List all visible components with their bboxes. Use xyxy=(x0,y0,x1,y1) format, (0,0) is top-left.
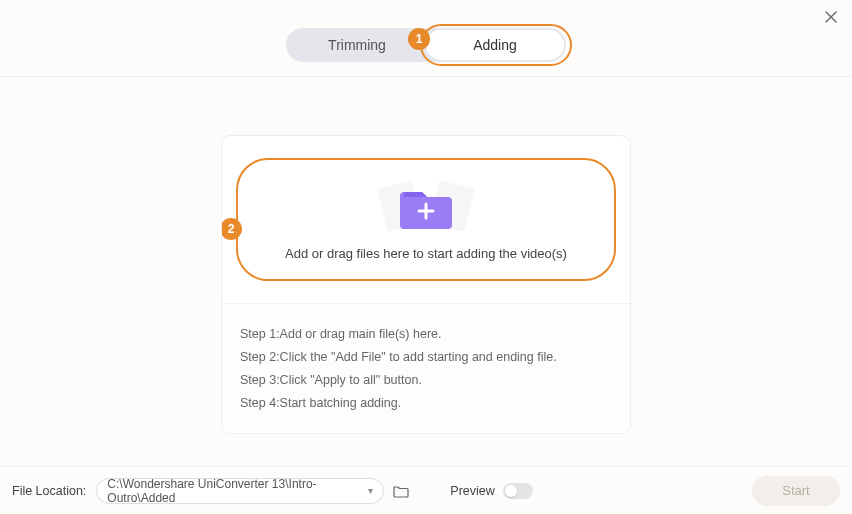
file-location-path: C:\Wondershare UniConverter 13\Intro-Out… xyxy=(107,477,368,505)
annotation-badge-2: 2 xyxy=(221,218,242,240)
steps-list: Step 1:Add or drag main file(s) here. St… xyxy=(222,303,630,433)
step-2: Step 2:Click the "Add File" to add start… xyxy=(240,350,612,364)
chevron-down-icon: ▾ xyxy=(368,485,373,496)
main-area: Add or drag files here to start adding t… xyxy=(0,77,852,434)
file-location-select[interactable]: C:\Wondershare UniConverter 13\Intro-Out… xyxy=(96,478,384,504)
tab-pill: Trimming Adding 1 xyxy=(286,28,566,62)
preview-label: Preview xyxy=(450,484,494,498)
mode-tabs: Trimming Adding 1 xyxy=(0,0,852,76)
toggle-knob xyxy=(505,485,517,497)
step-3: Step 3:Click "Apply to all" button. xyxy=(240,373,612,387)
open-folder-icon[interactable] xyxy=(392,482,410,500)
folder-plus-icon xyxy=(376,178,476,234)
step-4: Step 4:Start batching adding. xyxy=(240,396,612,410)
annotation-badge-1: 1 xyxy=(408,28,430,50)
start-button[interactable]: Start xyxy=(752,476,840,506)
tab-trimming[interactable]: Trimming xyxy=(288,30,426,60)
preview-toggle[interactable] xyxy=(503,483,533,499)
dropzone[interactable]: Add or drag files here to start adding t… xyxy=(236,158,616,281)
step-1: Step 1:Add or drag main file(s) here. xyxy=(240,327,612,341)
file-location-label: File Location: xyxy=(12,484,86,498)
footer-bar: File Location: C:\Wondershare UniConvert… xyxy=(0,466,852,514)
dropzone-wrap: Add or drag files here to start adding t… xyxy=(222,136,630,303)
tab-adding[interactable]: Adding xyxy=(426,30,564,60)
dropzone-text: Add or drag files here to start adding t… xyxy=(250,246,602,261)
instruction-card: Add or drag files here to start adding t… xyxy=(221,135,631,434)
